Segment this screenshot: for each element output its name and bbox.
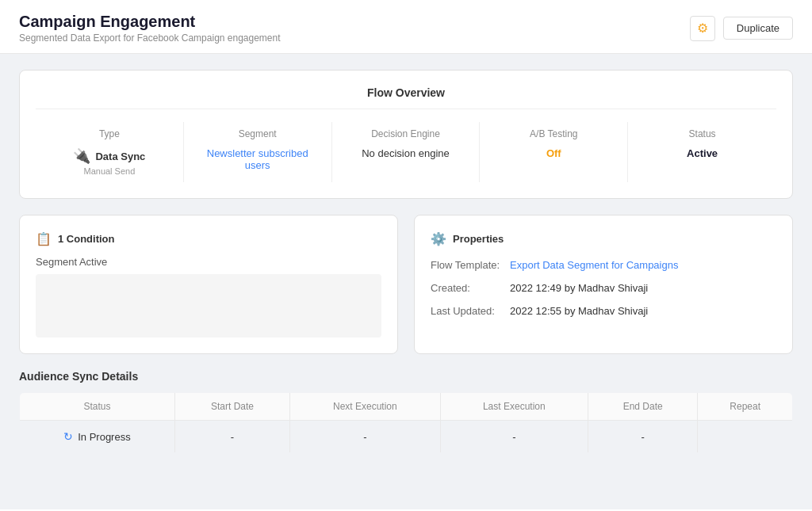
flow-overview-grid: Type 🔌 Data Sync Manual Send Segment New… (36, 122, 776, 182)
row-repeat (698, 421, 793, 453)
gear-button[interactable]: ⚙ (690, 16, 715, 41)
audience-sync-section: Audience Sync Details Status Start Date … (19, 370, 793, 453)
sync-table-body: ↻ In Progress - - - - (20, 421, 793, 453)
type-icon-row: 🔌 Data Sync (73, 147, 145, 165)
properties-title: Properties (453, 233, 504, 245)
status-cell: ↻ In Progress (33, 430, 162, 443)
properties-card: ⚙️ Properties Flow Template: Export Data… (414, 215, 793, 354)
type-sub: Manual Send (83, 166, 135, 176)
row-last-execution: - (440, 421, 588, 453)
flow-col-ab-label: A/B Testing (492, 128, 615, 139)
col-last-execution: Last Execution (440, 393, 588, 421)
gear-icon: ⚙ (697, 21, 708, 36)
condition-card: 📋 1 Condition Segment Active (19, 215, 398, 354)
status-progress-text: In Progress (78, 431, 130, 443)
ab-value: Off (492, 147, 615, 159)
condition-empty-area (36, 274, 381, 337)
plug-icon: 🔌 (73, 147, 90, 165)
flow-col-status-label: Status (641, 128, 764, 139)
page-header: Campaign Engagement Segmented Data Expor… (0, 0, 812, 54)
property-value-0[interactable]: Export Data Segment for Campaigns (510, 259, 678, 271)
middle-section: 📋 1 Condition Segment Active ⚙️ Properti… (19, 215, 793, 354)
col-status: Status (20, 393, 175, 421)
row-next-execution: - (290, 421, 441, 453)
sync-table: Status Start Date Next Execution Last Ex… (19, 392, 793, 453)
condition-header: 📋 1 Condition (36, 231, 381, 246)
flow-col-decision-label: Decision Engine (345, 128, 467, 139)
row-start-date: - (174, 421, 289, 453)
main-content: Flow Overview Type 🔌 Data Sync Manual Se… (0, 54, 812, 509)
flow-col-segment: Segment Newsletter subscribed users (184, 122, 332, 182)
type-cell: 🔌 Data Sync Manual Send (48, 147, 170, 176)
type-label: Data Sync (95, 151, 145, 162)
flow-overview-card: Flow Overview Type 🔌 Data Sync Manual Se… (19, 70, 793, 199)
property-row-updated: Last Updated: 2022 12:55 by Madhav Shiva… (431, 305, 776, 317)
property-value-updated: 2022 12:55 by Madhav Shivaji (510, 305, 648, 317)
header-actions: ⚙ Duplicate (690, 16, 793, 41)
col-end-date: End Date (588, 393, 697, 421)
row-status: ↻ In Progress (20, 421, 175, 453)
flow-col-decision: Decision Engine No decision engine (332, 122, 481, 182)
properties-icon: ⚙️ (431, 231, 446, 246)
page-subtitle: Segmented Data Export for Facebook Campa… (19, 32, 281, 44)
property-row-created: Created: 2022 12:49 by Madhav Shivaji (431, 282, 776, 294)
segment-value[interactable]: Newsletter subscribed users (197, 147, 319, 171)
flow-col-type: Type 🔌 Data Sync Manual Send (36, 122, 184, 182)
status-value: Active (641, 147, 764, 159)
sync-table-row: ↻ In Progress - - - - (20, 421, 793, 453)
in-progress-icon: ↻ (63, 430, 73, 443)
col-next-execution: Next Execution (290, 393, 441, 421)
properties-header: ⚙️ Properties (431, 231, 776, 246)
flow-col-status: Status Active (628, 122, 776, 182)
row-end-date: - (588, 421, 697, 453)
decision-value: No decision engine (345, 147, 467, 159)
condition-body: Segment Active (36, 256, 381, 268)
col-start-date: Start Date (174, 393, 289, 421)
property-label-0: Flow Template: (431, 259, 510, 271)
property-value-created: 2022 12:49 by Madhav Shivaji (510, 282, 648, 294)
sync-table-head: Status Start Date Next Execution Last Ex… (20, 393, 793, 421)
audience-sync-title: Audience Sync Details (19, 370, 793, 383)
duplicate-button[interactable]: Duplicate (723, 17, 793, 40)
page-title: Campaign Engagement (19, 13, 281, 31)
property-row-template: Flow Template: Export Data Segment for C… (431, 259, 776, 271)
property-label-updated: Last Updated: (431, 305, 510, 317)
flow-col-segment-label: Segment (197, 128, 319, 139)
col-repeat: Repeat (698, 393, 793, 421)
flow-overview-title: Flow Overview (36, 86, 776, 109)
condition-title: 1 Condition (58, 233, 115, 245)
flow-col-ab: A/B Testing Off (480, 122, 628, 182)
property-label-created: Created: (431, 282, 510, 294)
flow-col-type-label: Type (48, 128, 170, 139)
condition-icon: 📋 (36, 231, 52, 246)
header-left: Campaign Engagement Segmented Data Expor… (19, 13, 281, 44)
sync-table-header-row: Status Start Date Next Execution Last Ex… (20, 393, 793, 421)
